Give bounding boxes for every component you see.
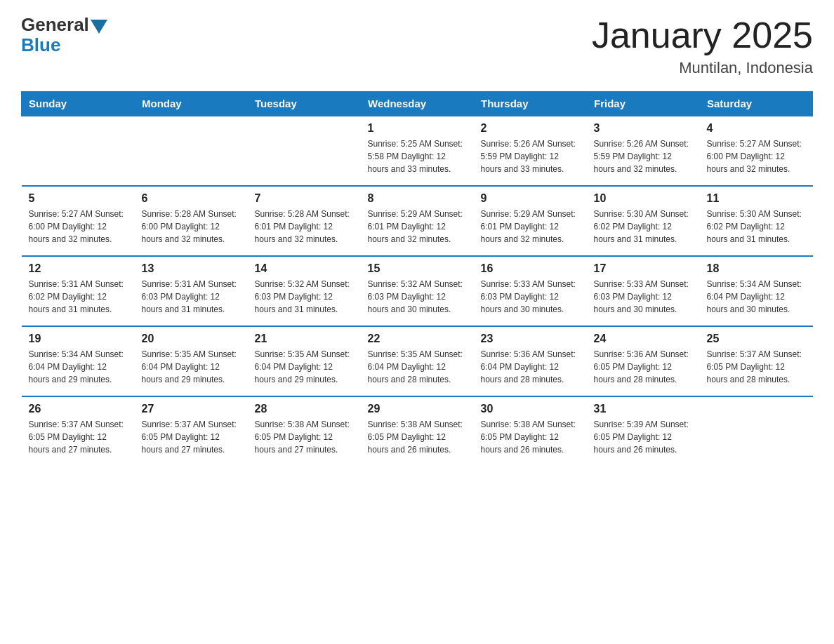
day-info: Sunrise: 5:36 AM Sunset: 6:05 PM Dayligh…	[594, 348, 693, 386]
day-info: Sunrise: 5:36 AM Sunset: 6:04 PM Dayligh…	[481, 348, 580, 386]
calendar-cell: 1Sunrise: 5:25 AM Sunset: 5:58 PM Daylig…	[361, 116, 474, 186]
calendar-title: January 2025	[592, 14, 813, 56]
day-number: 1	[368, 122, 467, 135]
calendar-cell: 3Sunrise: 5:26 AM Sunset: 5:59 PM Daylig…	[587, 116, 700, 186]
day-number: 5	[29, 192, 128, 205]
page-header: General Blue January 2025 Muntilan, Indo…	[21, 14, 813, 77]
day-number: 8	[368, 192, 467, 205]
day-number: 7	[255, 192, 354, 205]
day-number: 3	[594, 122, 693, 135]
calendar-cell: 29Sunrise: 5:38 AM Sunset: 6:05 PM Dayli…	[361, 396, 474, 467]
calendar-cell: 11Sunrise: 5:30 AM Sunset: 6:02 PM Dayli…	[700, 186, 813, 256]
calendar-week-row: 1Sunrise: 5:25 AM Sunset: 5:58 PM Daylig…	[22, 116, 813, 186]
calendar-cell	[700, 396, 813, 467]
calendar-week-row: 26Sunrise: 5:37 AM Sunset: 6:05 PM Dayli…	[22, 396, 813, 467]
calendar-cell: 19Sunrise: 5:34 AM Sunset: 6:04 PM Dayli…	[22, 326, 135, 396]
day-header-wednesday: Wednesday	[361, 92, 474, 116]
day-info: Sunrise: 5:30 AM Sunset: 6:02 PM Dayligh…	[707, 208, 806, 246]
calendar-cell: 17Sunrise: 5:33 AM Sunset: 6:03 PM Dayli…	[587, 256, 700, 326]
calendar-cell: 6Sunrise: 5:28 AM Sunset: 6:00 PM Daylig…	[135, 186, 248, 256]
logo-triangle-icon	[91, 20, 107, 34]
day-info: Sunrise: 5:29 AM Sunset: 6:01 PM Dayligh…	[481, 208, 580, 246]
calendar-cell: 21Sunrise: 5:35 AM Sunset: 6:04 PM Dayli…	[248, 326, 361, 396]
day-header-monday: Monday	[135, 92, 248, 116]
day-number: 23	[481, 333, 580, 345]
calendar-cell: 10Sunrise: 5:30 AM Sunset: 6:02 PM Dayli…	[587, 186, 700, 256]
calendar-cell: 4Sunrise: 5:27 AM Sunset: 6:00 PM Daylig…	[700, 116, 813, 186]
day-info: Sunrise: 5:27 AM Sunset: 6:00 PM Dayligh…	[707, 137, 806, 175]
day-info: Sunrise: 5:25 AM Sunset: 5:58 PM Dayligh…	[368, 137, 467, 175]
calendar-cell: 30Sunrise: 5:38 AM Sunset: 6:05 PM Dayli…	[474, 396, 587, 467]
day-info: Sunrise: 5:37 AM Sunset: 6:05 PM Dayligh…	[707, 348, 806, 386]
calendar-cell: 8Sunrise: 5:29 AM Sunset: 6:01 PM Daylig…	[361, 186, 474, 256]
calendar-cell: 13Sunrise: 5:31 AM Sunset: 6:03 PM Dayli…	[135, 256, 248, 326]
day-header-saturday: Saturday	[700, 92, 813, 116]
day-info: Sunrise: 5:31 AM Sunset: 6:03 PM Dayligh…	[142, 278, 241, 316]
day-info: Sunrise: 5:33 AM Sunset: 6:03 PM Dayligh…	[481, 278, 580, 316]
day-number: 20	[142, 333, 241, 345]
calendar-week-row: 19Sunrise: 5:34 AM Sunset: 6:04 PM Dayli…	[22, 326, 813, 396]
calendar-cell: 14Sunrise: 5:32 AM Sunset: 6:03 PM Dayli…	[248, 256, 361, 326]
day-info: Sunrise: 5:32 AM Sunset: 6:03 PM Dayligh…	[368, 278, 467, 316]
day-number: 10	[594, 192, 693, 205]
calendar-header-row: SundayMondayTuesdayWednesdayThursdayFrid…	[22, 92, 813, 116]
day-number: 12	[29, 262, 128, 275]
day-number: 28	[255, 403, 354, 415]
day-info: Sunrise: 5:37 AM Sunset: 6:05 PM Dayligh…	[142, 418, 241, 456]
day-number: 29	[368, 403, 467, 415]
day-info: Sunrise: 5:35 AM Sunset: 6:04 PM Dayligh…	[255, 348, 354, 386]
calendar-cell: 5Sunrise: 5:27 AM Sunset: 6:00 PM Daylig…	[22, 186, 135, 256]
day-number: 14	[255, 262, 354, 275]
day-header-friday: Friday	[587, 92, 700, 116]
day-number: 21	[255, 333, 354, 345]
calendar-cell: 28Sunrise: 5:38 AM Sunset: 6:05 PM Dayli…	[248, 396, 361, 467]
logo-blue-text: Blue	[21, 34, 60, 56]
day-number: 17	[594, 262, 693, 275]
day-header-tuesday: Tuesday	[248, 92, 361, 116]
day-number: 30	[481, 403, 580, 415]
day-number: 19	[29, 333, 128, 345]
calendar-week-row: 5Sunrise: 5:27 AM Sunset: 6:00 PM Daylig…	[22, 186, 813, 256]
day-info: Sunrise: 5:39 AM Sunset: 6:05 PM Dayligh…	[594, 418, 693, 456]
calendar-subtitle: Muntilan, Indonesia	[592, 59, 813, 77]
day-info: Sunrise: 5:34 AM Sunset: 6:04 PM Dayligh…	[29, 348, 128, 386]
logo: General Blue	[21, 14, 107, 56]
day-info: Sunrise: 5:34 AM Sunset: 6:04 PM Dayligh…	[707, 278, 806, 316]
calendar-cell: 2Sunrise: 5:26 AM Sunset: 5:59 PM Daylig…	[474, 116, 587, 186]
day-number: 18	[707, 262, 806, 275]
day-number: 4	[707, 122, 806, 135]
day-number: 16	[481, 262, 580, 275]
calendar-cell: 23Sunrise: 5:36 AM Sunset: 6:04 PM Dayli…	[474, 326, 587, 396]
day-info: Sunrise: 5:28 AM Sunset: 6:01 PM Dayligh…	[255, 208, 354, 246]
day-info: Sunrise: 5:38 AM Sunset: 6:05 PM Dayligh…	[481, 418, 580, 456]
calendar-cell	[135, 116, 248, 186]
day-number: 11	[707, 192, 806, 205]
day-info: Sunrise: 5:35 AM Sunset: 6:04 PM Dayligh…	[142, 348, 241, 386]
day-info: Sunrise: 5:30 AM Sunset: 6:02 PM Dayligh…	[594, 208, 693, 246]
calendar-table: SundayMondayTuesdayWednesdayThursdayFrid…	[21, 91, 813, 467]
calendar-cell: 15Sunrise: 5:32 AM Sunset: 6:03 PM Dayli…	[361, 256, 474, 326]
day-info: Sunrise: 5:28 AM Sunset: 6:00 PM Dayligh…	[142, 208, 241, 246]
day-header-sunday: Sunday	[22, 92, 135, 116]
calendar-cell	[22, 116, 135, 186]
day-number: 2	[481, 122, 580, 135]
day-number: 25	[707, 333, 806, 345]
day-number: 22	[368, 333, 467, 345]
day-info: Sunrise: 5:26 AM Sunset: 5:59 PM Dayligh…	[594, 137, 693, 175]
day-number: 15	[368, 262, 467, 275]
calendar-cell: 18Sunrise: 5:34 AM Sunset: 6:04 PM Dayli…	[700, 256, 813, 326]
calendar-cell: 31Sunrise: 5:39 AM Sunset: 6:05 PM Dayli…	[587, 396, 700, 467]
calendar-cell: 20Sunrise: 5:35 AM Sunset: 6:04 PM Dayli…	[135, 326, 248, 396]
day-number: 31	[594, 403, 693, 415]
day-number: 6	[142, 192, 241, 205]
calendar-cell: 26Sunrise: 5:37 AM Sunset: 6:05 PM Dayli…	[22, 396, 135, 467]
day-number: 26	[29, 403, 128, 415]
calendar-cell: 24Sunrise: 5:36 AM Sunset: 6:05 PM Dayli…	[587, 326, 700, 396]
calendar-cell: 27Sunrise: 5:37 AM Sunset: 6:05 PM Dayli…	[135, 396, 248, 467]
calendar-week-row: 12Sunrise: 5:31 AM Sunset: 6:02 PM Dayli…	[22, 256, 813, 326]
calendar-cell: 16Sunrise: 5:33 AM Sunset: 6:03 PM Dayli…	[474, 256, 587, 326]
day-info: Sunrise: 5:31 AM Sunset: 6:02 PM Dayligh…	[29, 278, 128, 316]
calendar-cell	[248, 116, 361, 186]
day-info: Sunrise: 5:29 AM Sunset: 6:01 PM Dayligh…	[368, 208, 467, 246]
day-number: 24	[594, 333, 693, 345]
